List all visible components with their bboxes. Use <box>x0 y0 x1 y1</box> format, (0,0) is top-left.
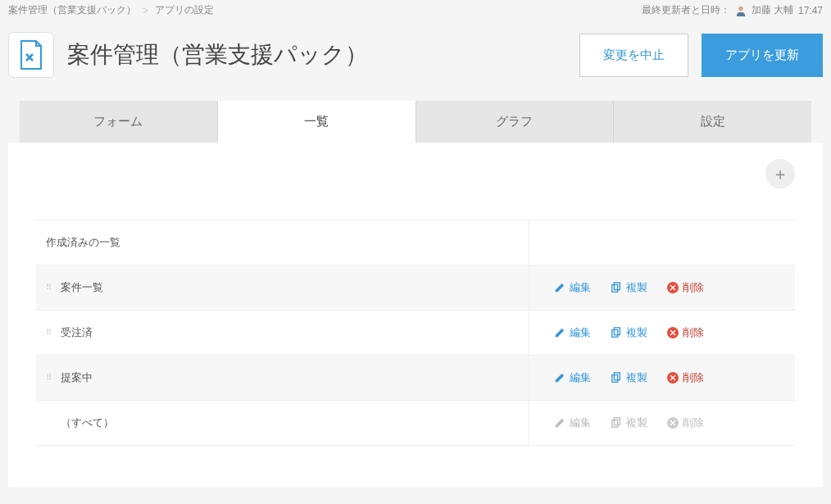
copy-icon <box>611 372 622 384</box>
delete-icon <box>667 417 679 429</box>
pencil-icon <box>554 282 565 293</box>
table-row: ⠿ 受注済 編集 複製 削除 <box>36 311 795 356</box>
drag-handle-icon[interactable]: ⠿ <box>46 329 52 337</box>
breadcrumb-app-link[interactable]: 案件管理（営業支援パック） <box>8 3 136 17</box>
breadcrumb-separator: > <box>143 5 148 16</box>
copy-icon <box>611 327 622 338</box>
app-icon <box>8 32 54 78</box>
table-row: ⠿ （すべて） 編集 複製 削除 <box>36 401 795 446</box>
add-button[interactable]: ＋ <box>765 159 795 188</box>
breadcrumb: 案件管理（営業支援パック） > アプリの設定 <box>8 3 214 17</box>
edit-button[interactable]: 編集 <box>554 280 591 295</box>
drag-handle-icon[interactable]: ⠿ <box>46 284 52 292</box>
svg-rect-8 <box>615 418 620 425</box>
delete-button[interactable]: 削除 <box>667 325 704 340</box>
delete-button[interactable]: 削除 <box>667 280 704 295</box>
svg-rect-3 <box>612 330 618 338</box>
pencil-icon <box>554 327 565 338</box>
delete-button[interactable]: 削除 <box>667 370 704 385</box>
svg-rect-4 <box>615 328 620 335</box>
avatar-icon <box>735 5 747 16</box>
copy-icon <box>611 282 622 293</box>
last-update-user: 加藤 大輔 <box>752 3 793 17</box>
drag-handle-icon[interactable]: ⠿ <box>46 374 52 382</box>
delete-icon <box>667 372 679 384</box>
svg-point-0 <box>738 6 742 10</box>
last-update-time: 17:47 <box>798 5 823 16</box>
plus-icon: ＋ <box>772 163 788 185</box>
tab-list[interactable]: 一覧 <box>218 101 416 143</box>
delete-icon <box>667 327 679 338</box>
copy-button[interactable]: 複製 <box>611 280 647 295</box>
last-update-label: 最終更新者と日時： <box>642 3 730 17</box>
delete-icon <box>667 282 679 293</box>
view-name: （すべて） <box>61 415 114 430</box>
pencil-icon <box>554 417 565 429</box>
cancel-button[interactable]: 変更を中止 <box>579 34 688 77</box>
view-name: 案件一覧 <box>61 280 103 295</box>
copy-icon <box>611 417 622 429</box>
tab-settings[interactable]: 設定 <box>614 101 811 143</box>
edit-button[interactable]: 編集 <box>554 325 591 340</box>
svg-rect-7 <box>612 420 618 428</box>
copy-button[interactable]: 複製 <box>611 325 647 340</box>
last-update-info: 最終更新者と日時： 加藤 大輔 17:47 <box>642 3 823 17</box>
page-title: 案件管理（営業支援パック） <box>67 39 566 70</box>
view-name: 提案中 <box>61 370 93 385</box>
copy-button: 複製 <box>611 415 647 430</box>
svg-rect-6 <box>615 373 620 380</box>
list-header-name: 作成済みの一覧 <box>36 220 529 266</box>
svg-rect-5 <box>612 375 618 383</box>
update-button[interactable]: アプリを更新 <box>702 34 823 77</box>
tab-bar: フォーム 一覧 グラフ 設定 <box>20 101 811 143</box>
pencil-icon <box>554 372 565 384</box>
view-list-table: 作成済みの一覧 ⠿ 案件一覧 編集 複製 <box>36 220 795 446</box>
svg-rect-1 <box>612 285 618 293</box>
edit-button[interactable]: 編集 <box>554 370 591 385</box>
table-row: ⠿ 案件一覧 編集 複製 削除 <box>36 266 795 311</box>
copy-button[interactable]: 複製 <box>611 370 647 385</box>
table-row: ⠿ 提案中 編集 複製 削除 <box>36 356 795 401</box>
tab-form[interactable]: フォーム <box>20 101 218 143</box>
tab-graph[interactable]: グラフ <box>416 101 615 143</box>
breadcrumb-current: アプリの設定 <box>155 3 214 17</box>
view-name: 受注済 <box>61 325 93 340</box>
list-header-actions <box>529 220 795 266</box>
delete-button: 削除 <box>667 415 704 430</box>
edit-button: 編集 <box>554 415 591 430</box>
svg-rect-2 <box>615 283 620 290</box>
